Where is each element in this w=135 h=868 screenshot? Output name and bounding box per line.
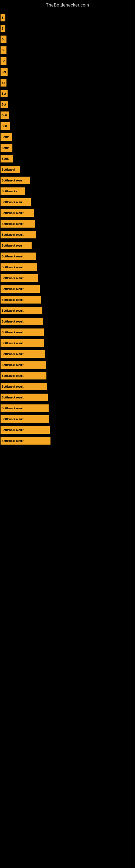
bar-17[interactable]: Bottleneck r bbox=[1, 187, 25, 195]
bar-label-35: Bottleneck result bbox=[2, 385, 24, 388]
bar-9[interactable]: Bot bbox=[1, 101, 8, 108]
bar-25[interactable]: Bottleneck result bbox=[1, 274, 38, 282]
bar-row: Bottleneck result bbox=[0, 252, 135, 260]
bar-label-40: Bottleneck result bbox=[2, 439, 24, 442]
bar-row: Bottleneck resu bbox=[0, 198, 135, 206]
bar-20[interactable]: Bottleneck result bbox=[1, 220, 35, 227]
bar-row: Bottleneck result bbox=[0, 426, 135, 434]
bar-label-17: Bottleneck r bbox=[2, 190, 17, 193]
bar-28[interactable]: Bottleneck result bbox=[1, 307, 42, 314]
bar-14[interactable]: Bottle bbox=[1, 155, 13, 162]
bar-label-33: Bottleneck result bbox=[2, 364, 24, 367]
bar-18[interactable]: Bottleneck resu bbox=[1, 198, 31, 206]
bar-22[interactable]: Bottleneck resu bbox=[1, 242, 32, 249]
bar-label-16: Bottleneck resu bbox=[2, 179, 22, 182]
bar-row: Bottleneck result bbox=[0, 264, 135, 271]
bar-row: Bottleneck result bbox=[0, 220, 135, 227]
bar-row: Bottleneck result bbox=[0, 339, 135, 347]
bar-row: Bottleneck result bbox=[0, 209, 135, 217]
bar-2[interactable]: B bbox=[1, 25, 5, 32]
bar-row: Bottleneck result bbox=[0, 329, 135, 336]
bar-29[interactable]: Bottleneck result bbox=[1, 318, 43, 325]
bar-label-31: Bottleneck result bbox=[2, 342, 24, 345]
bar-32[interactable]: Bottleneck result bbox=[1, 350, 45, 358]
bar-27[interactable]: Bottleneck result bbox=[1, 296, 41, 304]
bar-row: B bbox=[0, 25, 135, 32]
bar-3[interactable]: Bo bbox=[1, 35, 6, 43]
bar-12[interactable]: Bottle bbox=[1, 133, 12, 141]
bar-label-26: Bottleneck result bbox=[2, 287, 24, 290]
bar-row: Bottleneck result bbox=[0, 274, 135, 282]
bar-label-15: Bottleneck bbox=[2, 168, 15, 171]
bar-40[interactable]: Bottleneck result bbox=[1, 437, 50, 444]
bar-10[interactable]: Bott bbox=[1, 112, 9, 119]
bar-19[interactable]: Bottleneck result bbox=[1, 209, 34, 217]
bar-7[interactable]: Bo bbox=[1, 79, 6, 87]
bar-36[interactable]: Bottleneck result bbox=[1, 394, 48, 401]
bar-label-10: Bott bbox=[2, 114, 7, 117]
bar-label-2: B bbox=[2, 27, 3, 30]
bar-row: Bottleneck result bbox=[0, 383, 135, 390]
bar-row: Bottleneck result bbox=[0, 437, 135, 444]
bar-8[interactable]: Bot bbox=[1, 90, 8, 97]
bar-label-27: Bottleneck result bbox=[2, 299, 24, 301]
bar-label-4: Bo bbox=[2, 49, 5, 52]
bar-4[interactable]: Bo bbox=[1, 46, 6, 54]
bar-row: Bo bbox=[0, 35, 135, 43]
bar-1[interactable]: B bbox=[1, 14, 5, 22]
bar-row: Bottleneck resu bbox=[0, 177, 135, 184]
bar-label-36: Bottleneck result bbox=[2, 396, 24, 399]
bar-34[interactable]: Bottleneck result bbox=[1, 372, 46, 379]
bar-5[interactable]: Bo bbox=[1, 57, 6, 65]
bar-row: Bo bbox=[0, 57, 135, 65]
bar-label-21: Bottleneck result bbox=[2, 233, 24, 236]
bar-row: Bottleneck result bbox=[0, 372, 135, 379]
bar-30[interactable]: Bottleneck result bbox=[1, 329, 44, 336]
bar-label-38: Bottleneck result bbox=[2, 418, 24, 421]
bar-row: Bottleneck result bbox=[0, 231, 135, 239]
bar-38[interactable]: Bottleneck result bbox=[1, 415, 49, 423]
bar-35[interactable]: Bottleneck result bbox=[1, 383, 47, 390]
bar-13[interactable]: Bottle bbox=[1, 144, 12, 152]
bar-label-1: B bbox=[2, 16, 3, 19]
bar-label-3: Bo bbox=[2, 38, 5, 41]
bar-label-25: Bottleneck result bbox=[2, 277, 24, 280]
bar-label-11: Bott bbox=[2, 125, 7, 128]
bar-label-23: Bottleneck result bbox=[2, 255, 24, 258]
bar-row: Bott bbox=[0, 112, 135, 119]
bar-11[interactable]: Bott bbox=[1, 122, 10, 130]
bar-row: Bottleneck resu bbox=[0, 242, 135, 249]
bar-6[interactable]: Bot bbox=[1, 68, 8, 76]
bar-row: Bottle bbox=[0, 144, 135, 152]
site-title: TheBottlenecker.com bbox=[0, 0, 135, 12]
bar-row: Bottle bbox=[0, 133, 135, 141]
bar-row: Bot bbox=[0, 101, 135, 108]
bar-label-37: Bottleneck result bbox=[2, 407, 24, 410]
bar-row: Bottleneck r bbox=[0, 187, 135, 195]
bar-23[interactable]: Bottleneck result bbox=[1, 252, 36, 260]
bar-24[interactable]: Bottleneck result bbox=[1, 264, 37, 271]
bar-label-13: Bottle bbox=[2, 147, 9, 150]
bar-39[interactable]: Bottleneck result bbox=[1, 426, 50, 434]
bar-15[interactable]: Bottleneck bbox=[1, 166, 20, 173]
bar-label-29: Bottleneck result bbox=[2, 320, 24, 323]
bar-label-14: Bottle bbox=[2, 157, 9, 160]
bar-label-19: Bottleneck result bbox=[2, 212, 24, 215]
bar-row: B bbox=[0, 14, 135, 22]
bar-row: Bott bbox=[0, 122, 135, 130]
bar-row: Bottle bbox=[0, 155, 135, 162]
bar-row: Bo bbox=[0, 46, 135, 54]
bar-row: Bottleneck result bbox=[0, 404, 135, 412]
bar-label-30: Bottleneck result bbox=[2, 331, 24, 334]
bar-row: Bottleneck result bbox=[0, 415, 135, 423]
bar-21[interactable]: Bottleneck result bbox=[1, 231, 36, 239]
bars-container: BBBoBoBoBotBoBotBotBottBottBottleBottleB… bbox=[0, 12, 135, 448]
bar-37[interactable]: Bottleneck result bbox=[1, 404, 49, 412]
bar-label-5: Bo bbox=[2, 60, 5, 63]
bar-31[interactable]: Bottleneck result bbox=[1, 339, 44, 347]
bar-16[interactable]: Bottleneck resu bbox=[1, 177, 30, 184]
bar-26[interactable]: Bottleneck result bbox=[1, 285, 40, 293]
bar-label-20: Bottleneck result bbox=[2, 222, 24, 225]
bar-label-7: Bo bbox=[2, 82, 5, 84]
bar-33[interactable]: Bottleneck result bbox=[1, 361, 46, 369]
